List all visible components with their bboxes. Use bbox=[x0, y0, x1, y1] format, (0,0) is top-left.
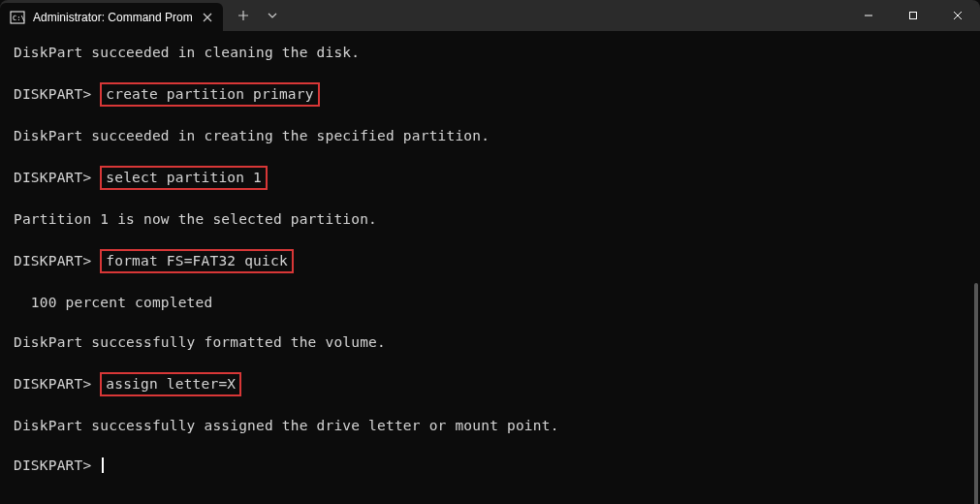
terminal-content[interactable]: DiskPart succeeded in cleaning the disk.… bbox=[0, 31, 980, 504]
terminal-line: DISKPART> format FS=FAT32 quick bbox=[14, 249, 966, 273]
terminal-line: Partition 1 is now the selected partitio… bbox=[14, 209, 966, 230]
terminal-line: DiskPart succeeded in cleaning the disk. bbox=[14, 43, 966, 63]
tab-dropdown-button[interactable] bbox=[258, 2, 287, 29]
highlighted-command: format FS=FAT32 quick bbox=[100, 249, 294, 273]
prompt-text: DISKPART> bbox=[14, 457, 100, 473]
titlebar-drag-area[interactable] bbox=[287, 0, 846, 31]
titlebar: C:\ Administrator: Command Promp bbox=[0, 0, 980, 31]
output-text: Partition 1 is now the selected partitio… bbox=[14, 211, 377, 227]
maximize-button[interactable] bbox=[891, 0, 935, 31]
terminal-line: DiskPart successfully assigned the drive… bbox=[14, 416, 966, 436]
window-controls bbox=[846, 0, 980, 31]
tab-title: Administrator: Command Promp bbox=[33, 11, 192, 24]
new-tab-button[interactable] bbox=[229, 2, 258, 29]
terminal-line: DISKPART> create partition primary bbox=[14, 82, 966, 107]
tab-close-button[interactable] bbox=[200, 10, 215, 25]
prompt-text: DISKPART> bbox=[14, 376, 100, 392]
close-window-button[interactable] bbox=[935, 0, 980, 31]
scrollbar-thumb[interactable] bbox=[974, 283, 978, 504]
tab-controls bbox=[223, 0, 287, 31]
svg-text:C:\: C:\ bbox=[13, 15, 25, 22]
highlighted-command: select partition 1 bbox=[100, 166, 268, 190]
cursor bbox=[102, 457, 104, 473]
terminal-line: DISKPART> select partition 1 bbox=[14, 166, 966, 190]
minimize-button[interactable] bbox=[846, 0, 891, 31]
prompt-text: DISKPART> bbox=[14, 86, 100, 102]
output-text: DiskPart successfully formatted the volu… bbox=[14, 334, 386, 350]
highlighted-command: assign letter=X bbox=[100, 372, 241, 396]
terminal-line: DISKPART> assign letter=X bbox=[14, 372, 966, 396]
cmd-icon: C:\ bbox=[10, 10, 25, 25]
active-tab[interactable]: C:\ Administrator: Command Promp bbox=[0, 3, 223, 31]
output-text: 100 percent completed bbox=[14, 295, 212, 310]
prompt-text: DISKPART> bbox=[14, 170, 100, 185]
output-text: DiskPart succeeded in cleaning the disk. bbox=[14, 45, 360, 60]
prompt-text: DISKPART> bbox=[14, 253, 100, 268]
terminal-line: 100 percent completed bbox=[14, 293, 966, 313]
terminal-line: DISKPART> bbox=[14, 456, 966, 476]
highlighted-command: create partition primary bbox=[100, 82, 319, 107]
terminal-output[interactable]: DiskPart succeeded in cleaning the disk.… bbox=[0, 31, 980, 488]
svg-rect-2 bbox=[910, 13, 917, 19]
terminal-line: DiskPart successfully formatted the volu… bbox=[14, 332, 966, 353]
output-text: DiskPart successfully assigned the drive… bbox=[14, 418, 559, 433]
output-text: DiskPart succeeded in creating the speci… bbox=[14, 128, 490, 143]
terminal-line: DiskPart succeeded in creating the speci… bbox=[14, 126, 966, 146]
